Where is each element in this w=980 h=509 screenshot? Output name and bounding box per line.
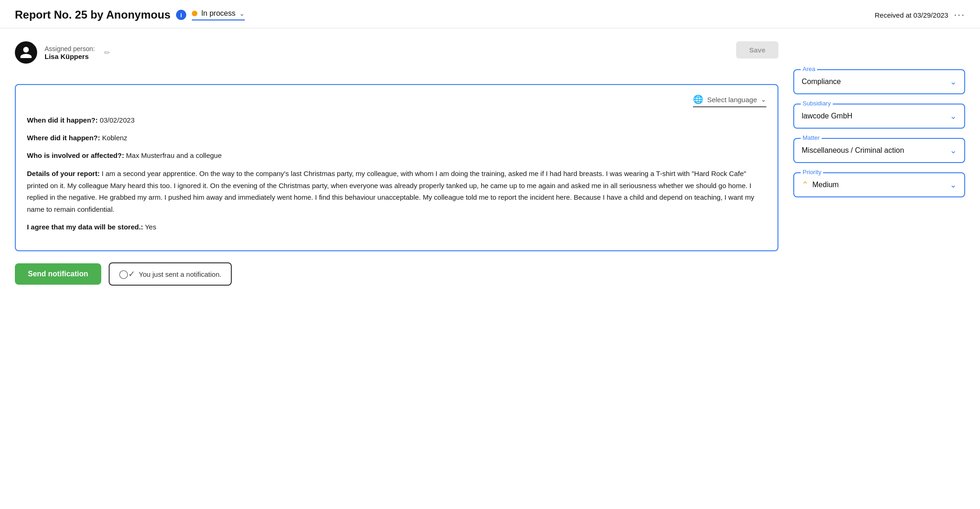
- left-panel: Assigned person: Lisa Küppers ✏ Save 🌐 S…: [15, 41, 778, 286]
- notification-sent-box: ◯✓ You just sent a notification.: [109, 262, 232, 286]
- subsidiary-field-group: Subsidiary lawcode GmbH ⌄: [793, 104, 965, 129]
- where-value: Koblenz: [102, 134, 127, 142]
- assigned-row: Assigned person: Lisa Küppers ✏: [15, 41, 110, 64]
- when-field: When did it happen?: 03/02/2023: [27, 115, 766, 126]
- language-selector[interactable]: 🌐 Select language ⌄: [693, 94, 766, 107]
- avatar: [15, 41, 37, 64]
- received-text: Received at 03/29/2023: [875, 11, 948, 19]
- priority-value: Medium: [812, 181, 839, 189]
- priority-chevron-icon: ⌄: [950, 180, 957, 190]
- area-value: Compliance: [802, 78, 841, 86]
- assigned-name: Lisa Küppers: [45, 52, 95, 60]
- right-panel: Area Compliance ⌄ Subsidiary lawcode Gmb…: [793, 41, 965, 286]
- subsidiary-select[interactable]: lawcode GmbH ⌄: [802, 111, 957, 121]
- who-label: Who is involved or affected?:: [27, 151, 124, 159]
- report-title: Report No. 25 by Anonymous: [15, 8, 170, 21]
- language-chevron-icon: ⌄: [761, 96, 766, 103]
- info-icon[interactable]: i: [176, 10, 186, 20]
- matter-select[interactable]: Miscellaneous / Criminal action ⌄: [802, 145, 957, 156]
- save-button[interactable]: Save: [736, 41, 778, 59]
- report-box: 🌐 Select language ⌄ When did it happen?:…: [15, 84, 778, 251]
- header-right: Received at 03/29/2023 ···: [875, 9, 965, 21]
- edit-icon[interactable]: ✏: [104, 48, 110, 57]
- details-value: I am a second year apprentice. On the wa…: [27, 170, 754, 213]
- subsidiary-label: Subsidiary: [801, 100, 833, 107]
- consent-label: I agree that my data will be stored.:: [27, 223, 143, 231]
- send-notification-button[interactable]: Send notification: [15, 263, 101, 285]
- dots-menu-icon[interactable]: ···: [954, 9, 965, 21]
- subsidiary-chevron-icon: ⌄: [950, 111, 957, 121]
- header: Report No. 25 by Anonymous i In process …: [0, 0, 980, 28]
- area-chevron-icon: ⌄: [950, 77, 957, 87]
- who-field: Who is involved or affected?: Max Muster…: [27, 150, 766, 161]
- consent-field: I agree that my data will be stored.: Ye…: [27, 222, 766, 233]
- details-label: Details of your report:: [27, 170, 100, 177]
- globe-icon: 🌐: [693, 94, 703, 104]
- priority-label: Priority: [801, 169, 823, 176]
- consent-value-text: Yes: [145, 223, 156, 231]
- matter-chevron-icon: ⌄: [950, 145, 957, 156]
- where-field: Where did it happen?: Koblenz: [27, 132, 766, 144]
- when-label: When did it happen?:: [27, 116, 98, 124]
- area-label: Area: [801, 65, 817, 72]
- status-dot: [192, 11, 197, 16]
- who-value-text: Max Musterfrau and a collegue: [126, 151, 222, 159]
- matter-field-group: Matter Miscellaneous / Criminal action ⌄: [793, 138, 965, 163]
- matter-label: Matter: [801, 134, 822, 141]
- when-value-text: 03/02/2023: [100, 116, 135, 124]
- priority-select[interactable]: ⌃ Medium ⌄: [802, 180, 957, 190]
- matter-value: Miscellaneous / Criminal action: [802, 146, 904, 155]
- person-icon: [19, 46, 33, 59]
- subsidiary-value: lawcode GmbH: [802, 112, 852, 120]
- assigned-info: Assigned person: Lisa Küppers: [45, 45, 95, 60]
- notification-sent-text: You just sent a notification.: [139, 270, 222, 278]
- status-text: In process: [201, 9, 235, 18]
- status-badge[interactable]: In process ⌄: [192, 9, 245, 20]
- check-circle-icon: ◯✓: [119, 269, 135, 279]
- area-select[interactable]: Compliance ⌄: [802, 77, 957, 87]
- area-field-group: Area Compliance ⌄: [793, 69, 965, 94]
- header-left: Report No. 25 by Anonymous i In process …: [15, 8, 245, 21]
- status-chevron-icon: ⌄: [239, 10, 245, 17]
- assigned-label: Assigned person:: [45, 45, 95, 52]
- language-selector-label: Select language: [707, 96, 757, 104]
- bottom-row: Send notification ◯✓ You just sent a not…: [15, 262, 778, 286]
- priority-field-group: Priority ⌃ Medium ⌄: [793, 172, 965, 197]
- main-content: Assigned person: Lisa Küppers ✏ Save 🌐 S…: [0, 28, 980, 297]
- details-field: Details of your report: I am a second ye…: [27, 168, 766, 215]
- priority-row: ⌃ Medium: [802, 180, 839, 190]
- language-selector-row: 🌐 Select language ⌄: [27, 94, 766, 107]
- priority-arrow-icon: ⌃: [802, 180, 809, 190]
- where-label: Where did it happen?:: [27, 134, 100, 142]
